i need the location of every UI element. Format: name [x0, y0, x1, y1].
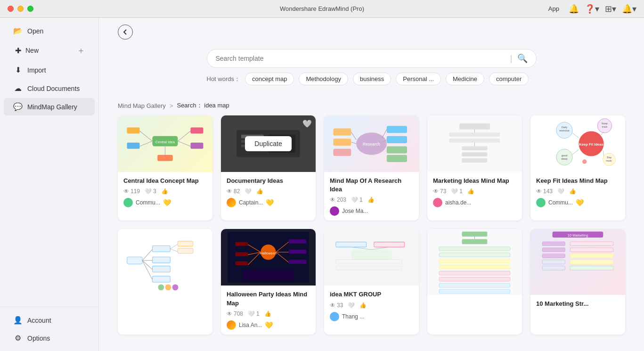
thumb-stat: 👍: [256, 188, 263, 195]
svg-point-73: [172, 285, 179, 291]
svg-line-29: [351, 132, 356, 139]
card-title-mkt: idea MKT GROUP: [330, 290, 413, 299]
main-layout: 📂 Open ✚ New ＋ ⬇ Import ☁ Cloud Document…: [0, 18, 644, 351]
svg-rect-34: [462, 146, 487, 150]
card-thumb-documentary: Duplicate 🤍: [221, 115, 316, 172]
views-stat: 👁 33: [330, 302, 343, 309]
card-thumb-marketing3: 10 Marketing: [530, 229, 625, 295]
card-marketing[interactable]: Marketing Ideas Mind Map 👁 73 🤍 1 👍 aish…: [427, 115, 522, 220]
sidebar-item-account[interactable]: 👤 Account: [4, 311, 95, 329]
app-button[interactable]: App: [545, 3, 563, 14]
svg-rect-64: [153, 257, 171, 263]
minimize-button[interactable]: [17, 6, 24, 12]
svg-rect-89: [243, 270, 293, 280]
card-stats-mkt: 👁 33 🤍 👍: [330, 302, 413, 309]
svg-text:10 Marketing: 10 Marketing: [568, 234, 588, 238]
svg-rect-35: [462, 152, 487, 156]
back-button[interactable]: [118, 24, 133, 40]
window-title: Wondershare EdrawMind (Pro): [280, 5, 364, 12]
svg-rect-111: [542, 248, 565, 252]
new-icon: ✚: [13, 46, 23, 55]
svg-line-54: [572, 149, 579, 154]
card-marketing3[interactable]: 10 Marketing 10 Marketing Str..: [530, 229, 625, 334]
svg-rect-118: [570, 260, 613, 264]
svg-rect-20: [387, 126, 407, 133]
svg-rect-117: [570, 254, 613, 258]
sidebar-item-new[interactable]: ✚ New ＋: [4, 41, 95, 60]
svg-rect-58: [127, 257, 142, 264]
search-input[interactable]: [216, 55, 505, 62]
sidebar-item-cloud[interactable]: ☁ Cloud Documents: [4, 80, 95, 97]
breadcrumb-link[interactable]: Mind Map Gallery: [118, 102, 166, 109]
svg-rect-119: [570, 266, 613, 270]
help-button[interactable]: ❓▾: [585, 4, 599, 14]
card-research[interactable]: Research Mind Map: [324, 115, 419, 220]
card-author-documentary: Captain... 💛: [227, 198, 310, 207]
card-body-central: Central Idea Concept Map 👁 119 🤍 3 👍 Com…: [118, 172, 212, 212]
search-button[interactable]: 🔍: [517, 53, 528, 64]
open-icon: 📂: [13, 26, 23, 35]
card-body-marketing: Marketing Ideas Mind Map 👁 73 🤍 1 👍 aish…: [427, 172, 522, 212]
card-keepfit[interactable]: Keep Fit Ideas Daily exercise good sleep…: [530, 115, 625, 220]
card-tree[interactable]: [118, 229, 212, 334]
card-body-keepfit: Keep Fit Ideas Mind Map 👁 143 🤍 👍 Commu.…: [530, 172, 625, 212]
card-documentary[interactable]: Duplicate 🤍 Documentary Ideas 👁 82 🤍 👍 C…: [221, 115, 316, 220]
breadcrumb: Mind Map Gallery > Search： idea map: [99, 98, 644, 115]
svg-line-95: [351, 247, 371, 250]
svg-rect-9: [190, 143, 203, 149]
settings-button[interactable]: 🔔▾: [622, 4, 636, 14]
card-thumb-keepfit: Keep Fit Ideas Daily exercise good sleep…: [530, 115, 625, 172]
account-icon: 👤: [13, 316, 23, 325]
card-body-halloween: Halloween Party Ideas Mind Map 👁 708 🤍 1…: [221, 286, 316, 334]
sidebar-label-new: New: [25, 47, 39, 54]
svg-rect-103: [439, 265, 510, 269]
sidebar-label-account: Account: [27, 317, 51, 324]
svg-text:track: track: [602, 125, 608, 128]
svg-rect-87: [289, 250, 307, 254]
author-name: Captain...: [239, 199, 263, 206]
sidebar-bottom: 👤 Account ⚙ Options: [0, 307, 98, 347]
card-thumb-tree: [118, 229, 212, 295]
thumb-stat: 👍: [161, 188, 168, 195]
svg-rect-63: [153, 246, 171, 252]
traffic-lights: [8, 6, 33, 12]
svg-text:Stay: Stay: [607, 156, 612, 159]
author-name: Commu...: [136, 199, 160, 206]
maximize-button[interactable]: [27, 6, 33, 12]
duplicate-button[interactable]: Duplicate: [245, 136, 291, 151]
hot-tag-personal[interactable]: Personal ...: [396, 73, 441, 85]
author-avatar: [123, 198, 133, 207]
thumb-stat: 👍: [467, 188, 474, 195]
sidebar-item-open[interactable]: 📂 Open: [4, 22, 95, 40]
svg-rect-102: [439, 259, 510, 263]
notification-button[interactable]: 🔔: [569, 4, 579, 14]
hot-tag-concept[interactable]: concept map: [245, 73, 294, 85]
thumb-stat: 👍: [367, 196, 375, 203]
hot-tag-computer[interactable]: computer: [489, 73, 529, 85]
svg-text:Daily: Daily: [562, 126, 568, 129]
hot-tag-methodology[interactable]: Methodology: [299, 73, 348, 85]
svg-line-59: [142, 249, 153, 261]
apps-button[interactable]: ⊞▾: [605, 4, 616, 14]
svg-rect-70: [178, 248, 193, 253]
sidebar-item-import[interactable]: ⬇ Import: [4, 61, 95, 79]
svg-line-62: [142, 261, 153, 280]
gallery-grid: Central Idea Central Idea Conce: [99, 115, 644, 349]
svg-rect-69: [178, 241, 193, 246]
author-avatar: [330, 206, 339, 216]
card-body-marketing3: 10 Marketing Str...: [530, 295, 625, 316]
card-mindmap-tall[interactable]: [427, 229, 522, 334]
sidebar-item-options[interactable]: ⚙ Options: [4, 329, 95, 347]
hot-tag-medicine[interactable]: Medicine: [446, 73, 484, 85]
sidebar-item-mindmap[interactable]: 💬 MindMap Gallery: [4, 98, 95, 115]
svg-text:Keep Fit Ideas: Keep Fit Ideas: [579, 142, 603, 147]
hot-tag-business[interactable]: business: [353, 73, 391, 85]
close-button[interactable]: [8, 6, 14, 12]
card-thumb-halloween: Halloween: [221, 229, 316, 286]
author-avatar: [227, 198, 236, 207]
svg-rect-82: [235, 261, 248, 266]
svg-line-67: [170, 245, 178, 249]
card-central-idea[interactable]: Central Idea Central Idea Conce: [118, 115, 212, 220]
card-mkt[interactable]: idea MKT GROUP 👁 33 🤍 👍 Thang ...: [324, 229, 419, 334]
card-halloween[interactable]: Halloween: [221, 229, 316, 334]
